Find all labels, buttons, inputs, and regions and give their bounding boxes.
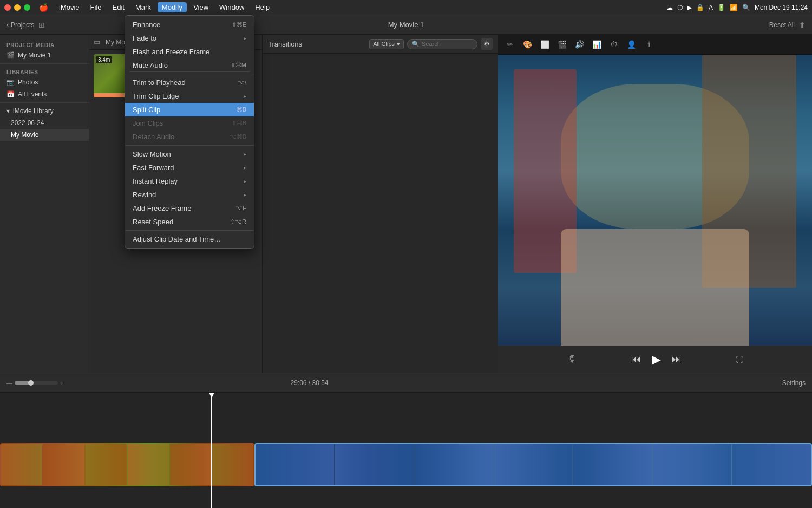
sidebar-item-my-movie-1[interactable]: 🎬 My Movie 1: [0, 49, 89, 61]
dropbox-icon: ☁: [666, 4, 673, 11]
clip-frame-6: [212, 444, 253, 485]
menu-item-adjust-clip-date[interactable]: Adjust Clip Date and Time…: [125, 232, 254, 246]
crop-tool-button[interactable]: ⬜: [537, 37, 552, 52]
search-icon: 🔍: [412, 41, 420, 48]
menu-item-fast-forward[interactable]: Fast Forward ▸: [125, 161, 254, 174]
timeline-toolbar: — + 29:06 / 30:54 Settings: [0, 373, 812, 393]
speed-tool-button[interactable]: ⏱: [606, 37, 621, 52]
menu-view[interactable]: View: [189, 2, 213, 12]
sidebar-item-all-events[interactable]: 📅 All Events: [0, 88, 89, 100]
grid-view-icon[interactable]: ⊞: [38, 21, 45, 29]
menu-file[interactable]: File: [86, 2, 106, 12]
transitions-gear-button[interactable]: ⚙: [481, 38, 493, 50]
timeline-clip-1[interactable]: [0, 443, 254, 486]
reset-speed-shortcut: ⇧⌥R: [230, 218, 246, 225]
info-tool-button[interactable]: ℹ: [641, 37, 656, 52]
focus-icon: ⬡: [677, 4, 683, 11]
sidebar-item-2022-06-24[interactable]: 2022-06-24: [0, 117, 89, 129]
timeline-time: 29:06 / 30:54: [290, 379, 328, 387]
menu-separator-3: [125, 230, 254, 231]
audio-tool-button[interactable]: 🔊: [572, 37, 587, 52]
events-label: All Events: [18, 90, 47, 98]
menu-item-add-freeze-frame[interactable]: Add Freeze Frame ⌥F: [125, 201, 254, 215]
transitions-toolbar: Transitions All Clips ▾ 🔍 ⚙: [263, 35, 498, 54]
split-clip-shortcut: ⌘B: [237, 106, 246, 113]
search-menubar-icon[interactable]: 🔍: [742, 4, 750, 11]
enhance-label: Enhance: [133, 21, 160, 29]
top-section: PROJECT MEDIA 🎬 My Movie 1 LIBRARIES 📷 P…: [0, 35, 812, 373]
menu-separator-2: [125, 145, 254, 146]
projects-back-button[interactable]: ‹ Projects: [6, 21, 34, 29]
reset-all-button[interactable]: Reset All: [769, 21, 795, 29]
fullscreen-button[interactable]: ⛶: [736, 355, 743, 364]
photos-label: Photos: [18, 79, 38, 86]
transitions-search-box[interactable]: 🔍: [407, 39, 477, 49]
timeline-settings-button[interactable]: Settings: [782, 379, 806, 387]
color-tool-button[interactable]: 🎨: [520, 37, 535, 52]
trim-playhead-label: Trim to Playhead: [133, 79, 186, 87]
sidebar-divider-2: [0, 102, 89, 103]
timeline: — + 29:06 / 30:54 Settings: [0, 373, 812, 508]
movie-icon: 🎬: [6, 51, 15, 59]
menu-mark[interactable]: Mark: [131, 2, 155, 12]
menu-item-fade-to[interactable]: Fade to ▸: [125, 31, 254, 45]
stabilize-tool-button[interactable]: 🎬: [554, 37, 569, 52]
menu-item-reset-speed[interactable]: Reset Speed ⇧⌥R: [125, 215, 254, 229]
preview-area: ✏ 🎨 ⬜ 🎬 🔊 📊 ⏱ 👤 ℹ: [498, 35, 812, 373]
maximize-button[interactable]: [24, 4, 30, 11]
skip-forward-button[interactable]: ⏭: [672, 354, 682, 365]
sidebar-item-imovie-library[interactable]: ▾ iMovie Library: [0, 105, 89, 117]
hide-sidebar-icon[interactable]: ▭: [94, 38, 100, 46]
menu-item-split-clip[interactable]: Split Clip ⌘B: [125, 103, 254, 116]
zoom-slider-thumb[interactable]: [28, 380, 34, 386]
clip-2-frame-1: [256, 444, 334, 485]
join-clips-label: Join Clips: [133, 119, 163, 127]
enhance-tool-button[interactable]: ✏: [502, 37, 518, 52]
menu-item-slow-motion[interactable]: Slow Motion ▸: [125, 147, 254, 161]
fast-forward-label: Fast Forward: [133, 164, 174, 172]
menu-imovie[interactable]: iMovie: [55, 2, 84, 12]
menu-item-trim-clip-edge[interactable]: Trim Clip Edge ▸: [125, 89, 254, 103]
menu-help[interactable]: Help: [251, 2, 274, 12]
menu-modify[interactable]: Modify: [158, 2, 187, 12]
font-icon: A: [709, 4, 713, 11]
skip-back-button[interactable]: ⏮: [631, 354, 641, 365]
modify-menu[interactable]: Enhance ⇧⌘E Fade to ▸ Flash and Freeze F…: [125, 15, 254, 249]
menu-item-mute-audio[interactable]: Mute Audio ⇧⌘M: [125, 58, 254, 72]
slow-motion-label: Slow Motion: [133, 150, 171, 158]
zoom-slider[interactable]: [15, 381, 58, 385]
menu-item-enhance[interactable]: Enhance ⇧⌘E: [125, 18, 254, 31]
zoom-in-icon[interactable]: +: [60, 380, 63, 386]
clips-filter-select[interactable]: All Clips ▾: [369, 39, 404, 49]
menu-item-rewind[interactable]: Rewind ▸: [125, 188, 254, 201]
share-icon[interactable]: ⬆: [799, 21, 806, 29]
photos-icon: 📷: [6, 79, 15, 86]
menu-window[interactable]: Window: [215, 2, 248, 12]
menu-item-detach-audio[interactable]: Detach Audio ⌥⌘B: [125, 130, 254, 144]
search-input[interactable]: [422, 41, 470, 47]
equalizer-tool-button[interactable]: 📊: [589, 37, 604, 52]
timeline-clip-2[interactable]: [254, 443, 812, 486]
menu-item-flash-freeze[interactable]: Flash and Freeze Frame: [125, 45, 254, 58]
battery-icon: 🔋: [717, 4, 725, 11]
window-title: My Movie 1: [388, 21, 424, 29]
menu-item-instant-replay[interactable]: Instant Replay ▸: [125, 174, 254, 188]
menu-edit[interactable]: Edit: [108, 2, 129, 12]
minimize-button[interactable]: [14, 4, 21, 11]
lock-icon: 🔒: [696, 4, 704, 11]
traffic-lights: [4, 4, 30, 11]
close-button[interactable]: [4, 4, 11, 11]
menu-item-join-clips[interactable]: Join Clips ⇧⌘B: [125, 116, 254, 130]
microphone-button[interactable]: 🎙: [567, 354, 577, 365]
filter-label: All Clips: [373, 41, 395, 47]
play-button[interactable]: ▶: [652, 353, 661, 367]
menu-item-trim-to-playhead[interactable]: Trim to Playhead ⌥/: [125, 76, 254, 89]
rewind-label: Rewind: [133, 191, 156, 199]
fast-forward-submenu-arrow-icon: ▸: [244, 165, 246, 171]
zoom-out-icon[interactable]: —: [6, 380, 12, 386]
project-media-label: PROJECT MEDIA: [0, 39, 89, 49]
apple-menu[interactable]: 🍎: [35, 3, 53, 12]
sidebar-item-photos[interactable]: 📷 Photos: [0, 76, 89, 88]
sidebar-item-my-movie[interactable]: My Movie: [0, 129, 89, 141]
cutaway-tool-button[interactable]: 👤: [624, 37, 639, 52]
